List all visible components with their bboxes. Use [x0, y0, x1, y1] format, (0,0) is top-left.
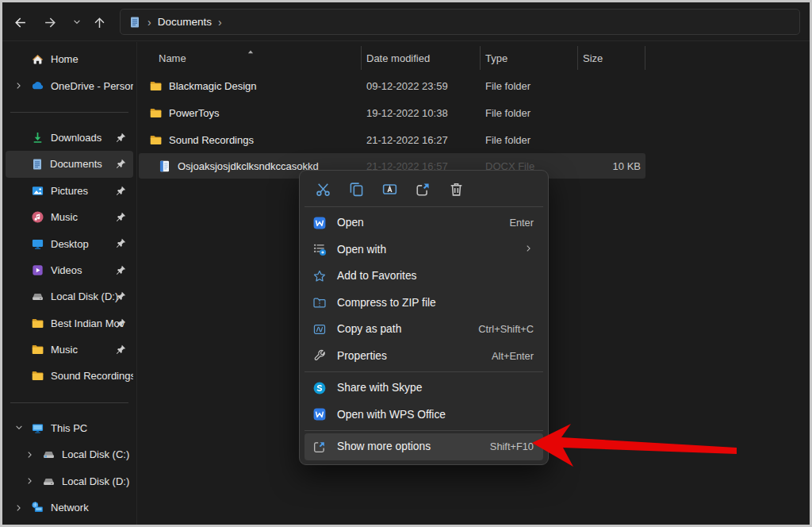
chevron-right-icon[interactable]	[25, 450, 36, 460]
sidebar-item-sound-recordings[interactable]: Sound Recordings	[6, 363, 133, 389]
copy-icon	[348, 181, 365, 198]
column-header-size[interactable]: Size	[578, 46, 645, 70]
menu-item-open[interactable]: OpenEnter	[304, 210, 543, 237]
drive-win-icon	[42, 448, 56, 461]
wps-w-icon	[312, 216, 327, 230]
pin-icon	[115, 211, 127, 223]
show-more-icon	[312, 440, 327, 454]
chevron-right-icon[interactable]	[25, 476, 36, 486]
file-row-1[interactable]: Blackmagic Design09-12-2022 23:59File fo…	[139, 72, 645, 99]
downloads-icon	[31, 131, 44, 144]
file-type: File folder	[481, 107, 578, 119]
pictures-icon	[31, 184, 44, 198]
sidebar-item-desktop[interactable]: Desktop	[6, 230, 133, 256]
file-date-modified: 21-12-2022 16:27	[362, 134, 481, 146]
file-name: PowerToys	[169, 107, 220, 119]
file-name: Blackmagic Design	[169, 80, 257, 92]
share-button[interactable]	[411, 177, 435, 201]
context-menu: OpenEnterOpen withAdd to FavoritesCompre…	[299, 170, 549, 465]
address-bar[interactable]: › Documents ›	[120, 9, 800, 35]
forward-button[interactable]	[39, 12, 61, 33]
copy-button[interactable]	[344, 177, 369, 201]
column-header-type[interactable]: Type	[481, 46, 578, 70]
cut-button[interactable]	[311, 177, 335, 201]
sidebar-item-music[interactable]: Music	[6, 337, 133, 363]
chevron-down-icon	[72, 17, 82, 27]
copy-path-icon	[312, 322, 327, 337]
thispc-icon	[31, 421, 44, 435]
sidebar-item-documents[interactable]: Documents	[6, 151, 133, 177]
pin-icon	[115, 237, 127, 249]
back-button[interactable]	[9, 12, 31, 33]
chevron-right-icon[interactable]	[13, 81, 25, 90]
file-list: Blackmagic Design09-12-2022 23:59File fo…	[139, 72, 645, 179]
up-button[interactable]	[88, 12, 110, 33]
file-name: Sound Recordings	[169, 134, 254, 146]
delete-icon	[448, 181, 465, 198]
arrow-right-icon	[44, 16, 57, 29]
file-row-2[interactable]: PowerToys19-12-2022 10:38File folder	[139, 99, 645, 126]
menu-item-label: Properties	[337, 350, 481, 362]
sidebar-item-onedrive-persona[interactable]: OneDrive - Persona	[6, 72, 133, 98]
rename-button[interactable]	[377, 177, 402, 201]
menu-item-label: Open with	[337, 244, 514, 256]
menu-item-share-with-skype[interactable]: Share with Skype	[304, 375, 543, 402]
sidebar-item-network[interactable]: Network	[6, 494, 133, 521]
pin-icon	[115, 290, 127, 302]
sidebar-item-home[interactable]: Home	[6, 46, 133, 72]
menu-item-label: Open	[337, 217, 499, 229]
delete-button[interactable]	[444, 177, 469, 201]
file-type: File folder	[481, 80, 578, 92]
menu-item-compress-to-zip-file[interactable]: Compress to ZIP file	[304, 290, 543, 317]
column-header-name[interactable]: Name	[139, 46, 362, 70]
menu-item-label: Compress to ZIP file	[337, 297, 534, 309]
desktop-icon	[31, 237, 44, 251]
quick-actions-bar	[303, 174, 545, 204]
sidebar-item-local-disk-c-[interactable]: Local Disk (C:)	[6, 441, 133, 467]
documents-icon	[31, 158, 44, 171]
sidebar-item-videos[interactable]: Videos	[6, 257, 133, 283]
chevron-down-icon[interactable]	[13, 423, 25, 433]
folder-icon	[149, 79, 163, 93]
menu-item-show-more-options[interactable]: Show more optionsShift+F10	[304, 433, 543, 460]
pin-icon	[115, 317, 127, 329]
sidebar-item-pictures[interactable]: Pictures	[6, 178, 133, 204]
pin-icon	[115, 185, 127, 197]
sidebar-item-local-disk-d-[interactable]: Local Disk (D:)	[6, 283, 133, 310]
sidebar-item-best-indian-mov[interactable]: Best Indian Mov	[6, 310, 133, 337]
sidebar-item-label: Sound Recordings	[51, 370, 133, 382]
cut-icon	[315, 181, 331, 198]
column-header-date-modified[interactable]: Date modified	[362, 46, 481, 70]
chevron-right-icon[interactable]	[13, 503, 25, 513]
submenu-chevron-icon	[524, 244, 534, 256]
file-explorer-window: › Documents › HomeOneDrive - PersonaDown…	[2, 2, 810, 525]
menu-item-open-with-wps-office[interactable]: Open with WPS Office	[304, 402, 543, 429]
breadcrumb-documents[interactable]: Documents	[158, 16, 212, 28]
menu-divider	[304, 430, 543, 431]
file-type: File folder	[481, 134, 578, 146]
drive-icon	[42, 475, 56, 488]
menu-item-shortcut: Shift+F10	[490, 440, 534, 452]
sidebar-item-local-disk-d-[interactable]: Local Disk (D:)	[6, 467, 133, 494]
folder-icon	[149, 106, 163, 120]
sidebar-item-music[interactable]: Music	[6, 204, 133, 230]
star-icon	[312, 269, 327, 283]
arrow-up-icon	[93, 16, 106, 29]
recent-locations-button[interactable]	[66, 12, 88, 33]
menu-item-open-with[interactable]: Open with	[304, 237, 543, 264]
menu-item-properties[interactable]: PropertiesAlt+Enter	[304, 343, 543, 370]
menu-divider	[304, 371, 543, 372]
sidebar-item-label: Home	[51, 53, 133, 65]
file-date-modified: 09-12-2022 23:59	[362, 80, 481, 92]
sidebar-item-downloads[interactable]: Downloads	[6, 125, 133, 151]
menu-item-add-to-favorites[interactable]: Add to Favorites	[304, 263, 543, 290]
pin-icon	[115, 344, 127, 356]
sidebar-item-this-pc[interactable]: This PC	[6, 415, 133, 441]
open-with-icon	[312, 242, 327, 256]
menu-item-label: Share with Skype	[337, 382, 534, 394]
menu-item-shortcut: Enter	[509, 217, 534, 229]
menu-item-copy-as-path[interactable]: Copy as pathCtrl+Shift+C	[304, 316, 543, 343]
folder-icon	[31, 369, 44, 383]
menu-item-label: Open with WPS Office	[337, 409, 534, 421]
file-row-3[interactable]: Sound Recordings21-12-2022 16:27File fol…	[139, 126, 645, 153]
